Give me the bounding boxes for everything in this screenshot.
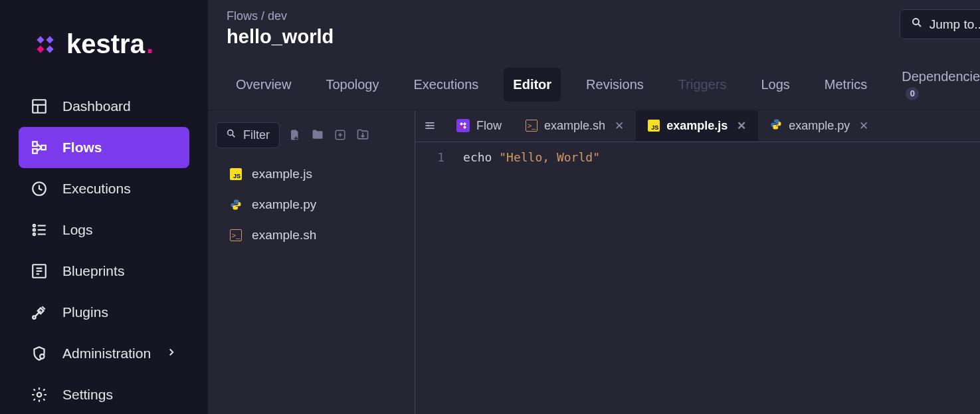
svg-rect-1 (37, 36, 44, 43)
python-icon (229, 198, 243, 211)
svg-rect-2 (46, 45, 53, 52)
new-folder-icon[interactable] (310, 128, 325, 142)
file-name: example.py (252, 197, 316, 212)
tab-overview[interactable]: Overview (227, 68, 300, 102)
svg-line-29 (233, 134, 235, 137)
file-name: example.sh (252, 228, 316, 243)
svg-point-28 (228, 130, 233, 135)
close-icon[interactable]: ✕ (737, 119, 746, 133)
svg-point-25 (37, 393, 42, 397)
svg-point-13 (33, 225, 35, 227)
sidebar-item-settings[interactable]: Settings (19, 374, 189, 414)
close-icon[interactable]: ✕ (859, 119, 868, 133)
shell-icon: >_ (526, 120, 538, 132)
collapse-panel-icon[interactable] (415, 111, 444, 140)
sidebar-item-label: Flows (62, 140, 102, 155)
editor-tab-label: Flow (476, 119, 502, 133)
svg-rect-0 (46, 36, 53, 43)
svg-rect-9 (41, 146, 46, 150)
svg-rect-4 (33, 100, 46, 113)
jump-to-button[interactable]: Jump to... (900, 9, 980, 39)
file-list: JS example.js example.py >_ example.sh (216, 160, 407, 249)
sidebar: kestra. Dashboard Flows Executions (0, 0, 208, 414)
editor-tab-js[interactable]: JS example.js ✕ (636, 111, 758, 141)
import-icon[interactable] (355, 128, 370, 142)
dependencies-badge: 0 (906, 87, 919, 100)
blueprints-icon (31, 262, 48, 280)
editor-tab-py[interactable]: example.py ✕ (758, 110, 880, 142)
file-panel: Filter JS example.js (208, 110, 415, 415)
file-toolbar: Filter (216, 122, 407, 148)
flows-icon (31, 139, 48, 156)
administration-icon (31, 345, 48, 362)
js-icon: JS (229, 167, 243, 181)
tab-triggers[interactable]: Triggers (669, 68, 736, 102)
tab-logs[interactable]: Logs (751, 68, 799, 102)
settings-icon (31, 386, 48, 403)
flow-icon (456, 119, 470, 132)
editor-tab-sh[interactable]: >_ example.sh ✕ (514, 111, 636, 141)
logo[interactable]: kestra. (0, 29, 208, 86)
svg-point-24 (40, 354, 45, 359)
jump-label: Jump to... (930, 17, 980, 32)
search-icon (226, 128, 237, 142)
breadcrumb[interactable]: Flows / dev (227, 9, 334, 23)
tab-dependencies[interactable]: Dependencies 0 (892, 60, 980, 110)
svg-rect-8 (33, 149, 37, 154)
line-number: 1 (415, 150, 444, 164)
sidebar-item-label: Dashboard (62, 98, 131, 114)
svg-rect-3 (37, 45, 44, 52)
shell-icon: >_ (229, 229, 243, 242)
svg-rect-7 (33, 142, 37, 146)
sidebar-item-executions[interactable]: Executions (19, 168, 189, 209)
svg-point-23 (33, 316, 35, 318)
add-icon[interactable] (333, 128, 347, 142)
sidebar-item-plugins[interactable]: Plugins (19, 292, 189, 333)
file-item[interactable]: example.py (216, 191, 407, 219)
main: Flows / dev hello_world Jump to... Overv… (208, 0, 980, 414)
filter-label: Filter (243, 128, 270, 142)
sidebar-item-administration[interactable]: Administration (19, 333, 189, 374)
file-item[interactable]: >_ example.sh (216, 221, 407, 249)
sidebar-item-blueprints[interactable]: Blueprints (19, 251, 189, 292)
svg-point-26 (913, 19, 919, 25)
js-icon: JS (648, 120, 660, 132)
svg-rect-38 (460, 122, 463, 126)
editor-tab-label: example.js (666, 119, 728, 133)
search-icon (911, 17, 923, 32)
tab-revisions[interactable]: Revisions (577, 68, 653, 102)
sidebar-item-dashboard[interactable]: Dashboard (19, 86, 189, 127)
sidebar-item-logs[interactable]: Logs (19, 209, 189, 251)
svg-rect-40 (460, 126, 463, 129)
logs-icon (31, 221, 48, 239)
editor-tab-label: example.sh (544, 119, 605, 133)
nav: Dashboard Flows Executions Logs Blueprin (0, 86, 208, 414)
svg-rect-39 (463, 126, 466, 129)
sidebar-item-label: Logs (62, 222, 93, 238)
tab-topology[interactable]: Topology (316, 68, 388, 102)
editor-tab-label: example.py (789, 119, 850, 133)
dashboard-icon (31, 98, 48, 115)
logo-text: kestra. (66, 29, 153, 59)
close-icon[interactable]: ✕ (615, 119, 624, 133)
filter-button[interactable]: Filter (216, 122, 280, 148)
tab-editor[interactable]: Editor (504, 68, 561, 102)
code-editor[interactable]: 1 echo "Hello, World" (415, 142, 980, 415)
tabs: Overview Topology Executions Editor Revi… (208, 60, 980, 110)
editor-content: Filter JS example.js (208, 110, 980, 415)
line-gutter: 1 (415, 142, 452, 415)
new-file-icon[interactable] (288, 128, 302, 142)
tab-metrics[interactable]: Metrics (815, 68, 876, 102)
sidebar-item-flows[interactable]: Flows (19, 127, 189, 168)
sidebar-item-label: Blueprints (62, 263, 124, 279)
chevron-right-icon (165, 346, 177, 362)
sidebar-item-label: Plugins (62, 304, 108, 320)
file-item[interactable]: JS example.js (216, 160, 407, 188)
plugins-icon (31, 304, 48, 321)
code-body[interactable]: echo "Hello, World" (452, 142, 980, 415)
tab-executions[interactable]: Executions (404, 68, 488, 102)
editor-tab-flow[interactable]: Flow (444, 111, 514, 141)
sidebar-item-label: Administration (62, 346, 151, 362)
export-icon[interactable] (975, 118, 980, 134)
svg-point-15 (33, 233, 35, 235)
